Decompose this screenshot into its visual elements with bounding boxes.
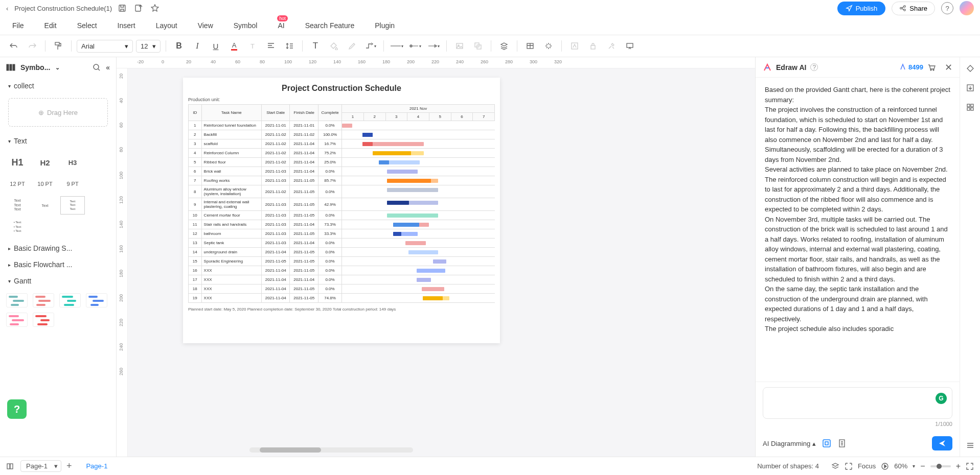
stack-icon[interactable] <box>831 462 839 470</box>
presentation-icon[interactable] <box>622 38 637 54</box>
text-block[interactable]: TextTextText <box>5 196 30 215</box>
align-icon[interactable] <box>263 38 279 54</box>
collapse-icon[interactable]: « <box>106 63 110 72</box>
section-text[interactable]: ▾Text <box>0 133 116 149</box>
menu-view[interactable]: View <box>198 21 213 30</box>
lock-icon[interactable] <box>585 38 601 54</box>
pen-icon[interactable] <box>345 38 360 54</box>
star-icon[interactable] <box>151 4 161 12</box>
menu-search-feature[interactable]: Search Feature <box>305 21 355 30</box>
menu-file[interactable]: File <box>12 21 24 30</box>
tools-icon[interactable] <box>604 38 619 54</box>
font-select[interactable]: Arial▾ <box>77 40 133 53</box>
page[interactable]: Project Construction Schedule Production… <box>183 78 500 343</box>
drag-area[interactable]: ⊕Drag Here <box>8 98 108 127</box>
ai-input[interactable]: G <box>763 387 952 419</box>
edit-icon[interactable] <box>567 38 582 54</box>
layers-icon[interactable] <box>496 38 512 54</box>
add-page-icon[interactable]: + <box>66 461 72 471</box>
gantt-thumb[interactable] <box>59 293 81 307</box>
grid-icon[interactable] <box>964 101 976 113</box>
connector-icon[interactable]: ▾ <box>363 38 378 54</box>
arrow-end-icon[interactable]: ▾ <box>426 38 441 54</box>
pages-icon[interactable] <box>6 462 15 470</box>
undo-icon[interactable] <box>6 38 21 54</box>
ai-diagramming-button[interactable]: AI Diagramming ▴ <box>763 440 816 447</box>
gantt-thumb[interactable] <box>33 313 54 327</box>
text-12pt[interactable]: 12 PT <box>5 175 30 193</box>
text-bullets[interactable]: • Text• Text• Text <box>5 218 30 236</box>
text-h1[interactable]: H1 <box>5 153 30 172</box>
font-size-select[interactable]: 12▾ <box>136 40 161 53</box>
export-icon[interactable] <box>134 4 145 12</box>
gantt-thumb[interactable] <box>86 293 107 307</box>
text-tool-icon[interactable]: T <box>308 38 323 54</box>
page-select[interactable]: Page-1▾ <box>20 460 61 472</box>
menu-insert[interactable]: Insert <box>118 21 135 30</box>
fill-icon[interactable] <box>326 38 341 54</box>
image-icon[interactable] <box>452 38 467 54</box>
underline-icon[interactable]: U <box>208 38 223 54</box>
zoom-level[interactable]: 60% <box>894 462 907 470</box>
cart-icon[interactable] <box>927 63 936 72</box>
info-icon[interactable]: ? <box>810 63 818 71</box>
menu-icon[interactable] <box>964 439 976 452</box>
text-format-icon[interactable]: T <box>245 38 260 54</box>
gantt-thumb[interactable] <box>6 293 28 307</box>
section-basic-flowchart[interactable]: ▸Basic Flowchart ... <box>0 256 116 273</box>
diamond-icon[interactable] <box>964 62 976 75</box>
section-collect[interactable]: ▾collect <box>0 78 116 94</box>
group-icon[interactable] <box>470 38 486 54</box>
focus-label[interactable]: Focus <box>858 462 876 470</box>
menu-select[interactable]: Select <box>77 21 97 30</box>
close-icon[interactable]: ✕ <box>945 62 952 73</box>
canvas[interactable]: -200204060801001201401601802002202402602… <box>117 57 755 457</box>
menu-symbol[interactable]: Symbol <box>234 21 258 30</box>
fullscreen-icon[interactable] <box>966 462 974 470</box>
italic-icon[interactable]: I <box>190 38 205 54</box>
menu-edit[interactable]: Edit <box>44 21 57 30</box>
line-style-icon[interactable]: ▾ <box>389 38 404 54</box>
section-gantt[interactable]: ▾Gantt <box>0 273 116 289</box>
text-9pt[interactable]: 9 PT <box>60 175 85 193</box>
table-icon[interactable] <box>522 38 538 54</box>
line-spacing-icon[interactable] <box>282 38 297 54</box>
share-button[interactable]: Share <box>892 2 935 15</box>
text-card[interactable]: TextTextText <box>60 196 85 215</box>
menu-plugin[interactable]: Plugin <box>375 21 395 30</box>
search-icon[interactable] <box>93 63 101 72</box>
import-icon[interactable] <box>964 82 976 94</box>
help-icon[interactable]: ? <box>941 2 953 14</box>
gantt-thumb[interactable] <box>33 293 54 307</box>
text-h3[interactable]: H3 <box>60 153 85 172</box>
horizontal-scrollbar[interactable] <box>249 447 413 453</box>
chevron-down-icon[interactable]: ⌄ <box>55 64 60 71</box>
section-basic-drawing[interactable]: ▸Basic Drawing S... <box>0 240 116 256</box>
ocr-icon[interactable] <box>822 439 831 448</box>
publish-button[interactable]: Publish <box>837 2 886 15</box>
page-tab[interactable]: Page-1 <box>86 462 107 470</box>
zoom-out-icon[interactable]: − <box>920 462 925 471</box>
gantt-thumb[interactable] <box>6 313 28 327</box>
text-10pt[interactable]: 10 PT <box>33 175 57 193</box>
effects-icon[interactable] <box>541 38 556 54</box>
send-button[interactable] <box>932 436 952 450</box>
arrow-start-icon[interactable]: ▾ <box>407 38 423 54</box>
library-icon[interactable] <box>6 64 15 71</box>
text-h2[interactable]: H2 <box>33 153 57 172</box>
back-icon[interactable]: ‹ <box>6 5 8 12</box>
chevron-down-icon[interactable]: ▾ <box>913 463 915 469</box>
focus-icon[interactable] <box>845 462 853 470</box>
menu-layout[interactable]: Layout <box>156 21 177 30</box>
avatar[interactable] <box>960 1 974 15</box>
play-icon[interactable] <box>881 462 889 470</box>
grammarly-icon[interactable]: G <box>936 393 947 404</box>
zoom-slider[interactable] <box>930 465 951 467</box>
format-painter-icon[interactable] <box>51 38 66 54</box>
save-icon[interactable] <box>118 4 128 12</box>
text-block[interactable]: Text <box>33 196 57 215</box>
menu-ai[interactable]: AIhot <box>278 21 284 30</box>
font-color-icon[interactable]: A <box>226 38 242 54</box>
document-icon[interactable] <box>837 439 847 448</box>
redo-icon[interactable] <box>25 38 40 54</box>
